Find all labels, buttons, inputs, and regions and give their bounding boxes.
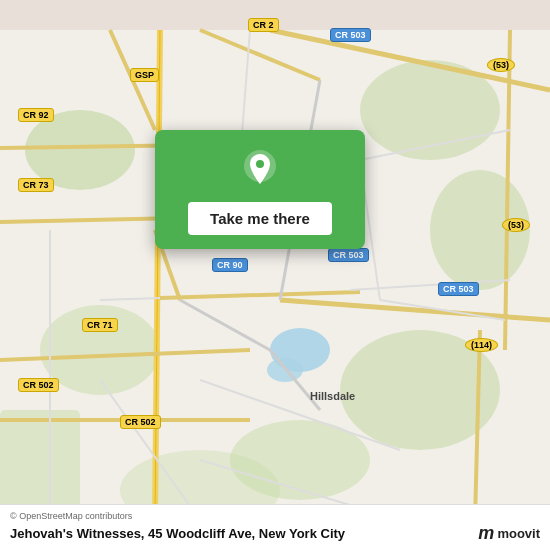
place-info-bar: Jehovah's Witnesses, 45 Woodcliff Ave, N… [10,523,540,544]
place-name-label: Jehovah's Witnesses, 45 Woodcliff Ave, N… [10,526,345,541]
road-badge-cr502-l: CR 502 [18,378,59,392]
map-container: CR 503 CR 2 CR 92 CR 73 CR 71 CR 502 CR … [0,0,550,550]
road-badge-cr503-mid2: CR 503 [438,282,479,296]
road-badge-cr2: CR 2 [248,18,279,32]
road-badge-cr73: CR 73 [18,178,54,192]
road-badge-53-top: (53) [487,58,515,72]
road-badge-cr503-mid: CR 503 [328,248,369,262]
location-pin-icon [238,148,282,192]
moovit-brand-name: moovit [497,526,540,541]
moovit-logo: m moovit [478,523,540,544]
road-badge-cr90: CR 90 [212,258,248,272]
road-badge-53-mid: (53) [502,218,530,232]
svg-point-40 [256,160,264,168]
bottom-bar: © OpenStreetMap contributors Jehovah's W… [0,504,550,550]
moovit-m-icon: m [478,523,494,544]
road-badge-cr503-top: CR 503 [330,28,371,42]
road-badge-114: (114) [465,338,498,352]
road-badge-cr71: CR 71 [82,318,118,332]
hillsdale-area-label: Hillsdale [310,390,355,402]
road-badge-cr92: CR 92 [18,108,54,122]
attribution-text: © OpenStreetMap contributors [10,511,540,521]
road-badge-cr502-r: CR 502 [120,415,161,429]
popup-card[interactable]: Take me there [155,130,365,249]
road-badge-gsp-top: GSP [130,68,159,82]
take-me-there-button[interactable]: Take me there [188,202,332,235]
